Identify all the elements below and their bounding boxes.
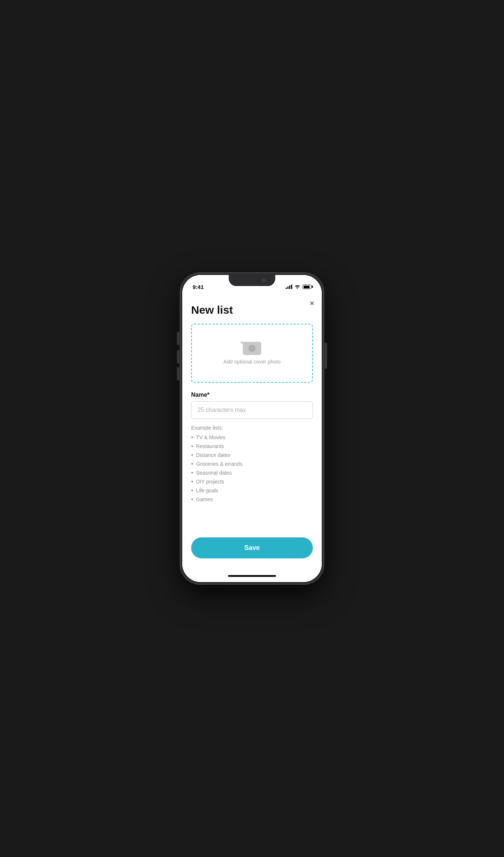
- battery-icon: [303, 285, 311, 289]
- phone-frame: 9:41: [180, 273, 324, 584]
- screen-content: × New list + Add optional cover photo Na…: [182, 293, 322, 569]
- cover-photo-area[interactable]: + Add optional cover photo: [191, 324, 313, 383]
- list-item: DIY projects: [191, 477, 313, 486]
- status-bar: 9:41: [182, 275, 322, 293]
- wifi-icon: [294, 284, 300, 290]
- notch-camera: [262, 279, 266, 282]
- camera-icon: +: [243, 342, 261, 355]
- list-item: TV & Movies: [191, 433, 313, 442]
- home-indicator: [182, 569, 322, 582]
- list-item: Restaurants: [191, 442, 313, 451]
- list-item: Life goals: [191, 486, 313, 495]
- list-item: Distance dates: [191, 451, 313, 460]
- save-button[interactable]: Save: [191, 537, 313, 558]
- notch: [229, 275, 275, 286]
- close-button[interactable]: ×: [310, 299, 314, 307]
- signal-icon: [286, 285, 292, 289]
- list-item: Seasonal dates: [191, 468, 313, 477]
- phone-screen: 9:41: [182, 275, 322, 582]
- examples-list: TV & MoviesRestaurantsDistance datesGroc…: [191, 433, 313, 504]
- name-label: Name*: [191, 392, 313, 398]
- modal-title: New list: [191, 304, 313, 316]
- status-time: 9:41: [193, 284, 204, 290]
- home-bar: [228, 575, 276, 577]
- status-icons: [286, 284, 311, 290]
- list-item: Groceries & errands: [191, 460, 313, 468]
- name-input[interactable]: [191, 401, 313, 419]
- examples-label: Example lists:: [191, 425, 313, 431]
- cover-photo-label: Add optional cover photo: [224, 359, 281, 365]
- modal-area: × New list + Add optional cover photo Na…: [182, 293, 322, 569]
- list-item: Games: [191, 495, 313, 504]
